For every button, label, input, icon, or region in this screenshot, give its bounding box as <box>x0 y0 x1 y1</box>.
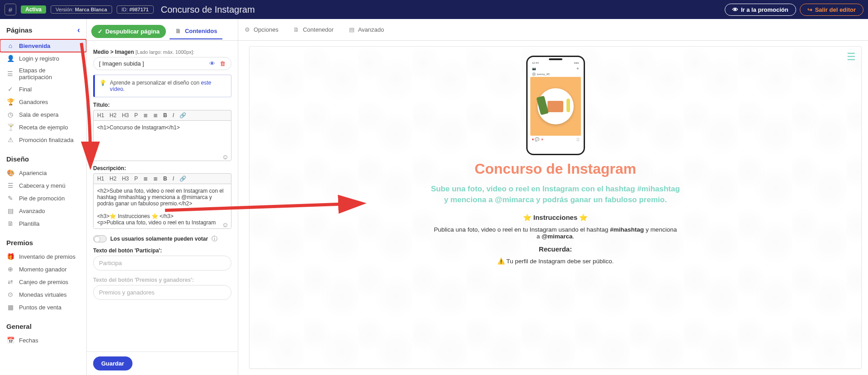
vote-only-toggle[interactable] <box>93 235 107 242</box>
sidebar-item-ganadores[interactable]: 🏆Ganadores <box>0 95 86 108</box>
sidebar-item-label: Apariencia <box>19 170 47 176</box>
toolbar-btn-≣[interactable]: ≣ <box>142 176 149 182</box>
sidebar-item-label: Sala de espera <box>19 111 58 118</box>
prizes-text-input[interactable] <box>93 285 231 300</box>
sidebar-item-label: Bienvenida <box>19 43 50 49</box>
toolbar-btn-h1[interactable]: H1 <box>96 176 105 182</box>
send-icon: ✈ <box>576 67 579 71</box>
sidebar: Páginas ‹ ⌂Bienvenida👤Login y registro☰E… <box>0 19 87 375</box>
preview-title: Concurso de Instagram <box>286 161 825 177</box>
sidebar-item-icon: ✓ <box>6 85 14 93</box>
participate-text-input[interactable] <box>93 256 231 271</box>
btn2-label: Texto del botón 'Premios y ganadores': <box>93 277 231 283</box>
sidebar-item-inventario-de-premios[interactable]: 🎁Inventario de premios <box>0 250 86 263</box>
unpublish-button[interactable]: ✓Despublicar página <box>91 25 166 38</box>
sidebar-item-login-y-registro[interactable]: 👤Login y registro <box>0 52 86 65</box>
preview-instructions-p: Publica una foto, video o reel en tu Ins… <box>434 226 678 240</box>
tab-advanced[interactable]: ▤Avanzado <box>343 23 390 37</box>
exit-editor-button[interactable]: ↪Salir del editor <box>800 4 863 16</box>
sidebar-item-sala-de-espera[interactable]: ◷Sala de espera <box>0 108 86 121</box>
sidebar-item-label: Plantilla <box>19 220 40 227</box>
sidebar-item-final[interactable]: ✓Final <box>0 83 86 95</box>
emoji-icon[interactable]: ☺ <box>222 221 229 228</box>
sidebar-item-icon: ⊙ <box>6 290 14 299</box>
emoji-icon[interactable]: ☺ <box>222 153 229 161</box>
sidebar-item-momento-ganador[interactable]: ⊕Momento ganador <box>0 263 86 275</box>
sidebar-item-label: Etapas de participación <box>19 67 80 81</box>
tab-contents[interactable]: 🗎Contenidos <box>170 24 223 39</box>
sidebar-item-promoción-finalizada[interactable]: ⚠Promoción finalizada <box>0 133 86 146</box>
sidebar-item-plantilla[interactable]: 🗎Plantilla <box>0 217 86 230</box>
media-input[interactable]: [ Imagen subida ] 👁 🗑 <box>93 57 231 70</box>
toolbar-btn-h3[interactable]: H3 <box>121 112 130 119</box>
sidebar-item-label: Ganadores <box>19 99 48 105</box>
preview-remember-h: Recuerda: <box>286 245 825 253</box>
toolbar-btn-h3[interactable]: H3 <box>121 176 130 182</box>
hint-box: 💡 Aprende a personalizar el diseño con e… <box>93 75 231 97</box>
toolbar-btn-p[interactable]: P <box>133 112 139 119</box>
sidebar-item-icon: ⚠ <box>6 136 14 144</box>
toolbar-btn-i[interactable]: I <box>172 176 175 182</box>
goto-promo-button[interactable]: 👁Ir a la promoción <box>725 4 796 16</box>
sidebar-item-icon: ☰ <box>6 181 14 190</box>
toolbar-btn-≣[interactable]: ≣ <box>152 112 159 119</box>
toolbar-btn-🔗[interactable]: 🔗 <box>179 112 187 119</box>
sidebar-item-fechas[interactable]: 📅Fechas <box>0 334 86 347</box>
sidebar-item-receta-de-ejemplo[interactable]: 🍸Receta de ejemplo <box>0 121 86 133</box>
toolbar-btn-🔗[interactable]: 🔗 <box>179 176 187 182</box>
sidebar-header-general: General <box>0 313 86 334</box>
title-toolbar[interactable]: H1H2H3P≣≣BI🔗 <box>93 110 231 120</box>
sidebar-item-avanzado[interactable]: ▤Avanzado <box>0 204 86 217</box>
status-badge: Activa <box>21 5 46 14</box>
toolbar-btn-≣[interactable]: ≣ <box>142 112 149 119</box>
preview-instructions-h: ⭐ Instrucciones ⭐ <box>286 214 825 222</box>
toolbar-btn-b[interactable]: B <box>162 176 168 182</box>
sidebar-item-icon: ▤ <box>6 207 14 215</box>
info-icon[interactable]: ⓘ <box>212 235 217 243</box>
sidebar-item-icon: ⇄ <box>6 278 14 286</box>
sidebar-item-label: Inventario de premios <box>19 253 75 260</box>
toolbar-btn-h2[interactable]: H2 <box>108 112 117 119</box>
delete-media-icon[interactable]: 🗑 <box>220 60 226 67</box>
preview-content: 12:44●●● 📷✈ tommy_95 ♥ 💬 ✈⎕ Concurso de … <box>250 47 861 368</box>
phone-mockup: 12:44●●● 📷✈ tommy_95 ♥ 💬 ✈⎕ <box>526 56 585 155</box>
preview-remember-p: ⚠️ Tu perfil de Instagram debe ser públi… <box>434 257 678 265</box>
sidebar-item-etapas-de-participación[interactable]: ☰Etapas de participación <box>0 65 86 83</box>
sidebar-item-label: Receta de ejemplo <box>19 124 68 131</box>
sidebar-item-label: Login y registro <box>19 55 59 62</box>
sidebar-item-pie-de-promoción[interactable]: ✎Pie de promoción <box>0 192 86 204</box>
toolbar-btn-≣[interactable]: ≣ <box>152 176 159 182</box>
sidebar-item-cabecera-y-menú[interactable]: ☰Cabecera y menú <box>0 179 86 192</box>
sidebar-item-icon: 🎨 <box>6 169 14 177</box>
sidebar-item-puntos-de-venta[interactable]: ▦Puntos de venta <box>0 301 86 313</box>
sidebar-item-canjeo-de-premios[interactable]: ⇄Canjeo de premios <box>0 275 86 288</box>
sidebar-item-monedas-virtuales[interactable]: ⊙Monedas virtuales <box>0 288 86 301</box>
media-value: [ Imagen subida ] <box>99 60 144 67</box>
sidebar-item-icon: 👤 <box>6 54 14 62</box>
desc-textarea[interactable] <box>93 184 231 229</box>
toolbar-btn-b[interactable]: B <box>162 112 168 119</box>
sidebar-item-label: Final <box>19 86 32 93</box>
btn1-label: Texto del botón 'Participa': <box>93 247 231 254</box>
sidebar-item-label: Fechas <box>19 337 38 344</box>
sidebar-item-apariencia[interactable]: 🎨Apariencia <box>0 166 86 179</box>
sidebar-item-icon: 🗎 <box>6 219 14 228</box>
title-textarea[interactable] <box>93 120 231 161</box>
logo-icon[interactable]: # <box>5 4 16 15</box>
camera-icon: 📷 <box>532 67 536 71</box>
desc-toolbar[interactable]: H1H2H3P≣≣BI🔗 <box>93 173 231 184</box>
tab-container[interactable]: 🗎Contenedor <box>288 23 339 37</box>
save-button[interactable]: Guardar <box>93 356 132 370</box>
preview-media-icon[interactable]: 👁 <box>209 60 215 67</box>
bulb-icon: 💡 <box>99 80 106 86</box>
collapse-icon[interactable]: ‹ <box>77 25 80 35</box>
toolbar-btn-h2[interactable]: H2 <box>108 176 117 182</box>
toolbar-btn-h1[interactable]: H1 <box>96 112 105 119</box>
sidebar-item-bienvenida[interactable]: ⌂Bienvenida <box>0 39 86 52</box>
toolbar-btn-p[interactable]: P <box>133 176 139 182</box>
title-label: Título: <box>93 102 231 108</box>
tab-options[interactable]: ⚙Opciones <box>238 23 284 37</box>
sidebar-item-icon: 📅 <box>6 336 14 344</box>
toolbar-btn-i[interactable]: I <box>172 112 175 119</box>
preview-menu-icon[interactable]: ☰ <box>847 51 856 63</box>
